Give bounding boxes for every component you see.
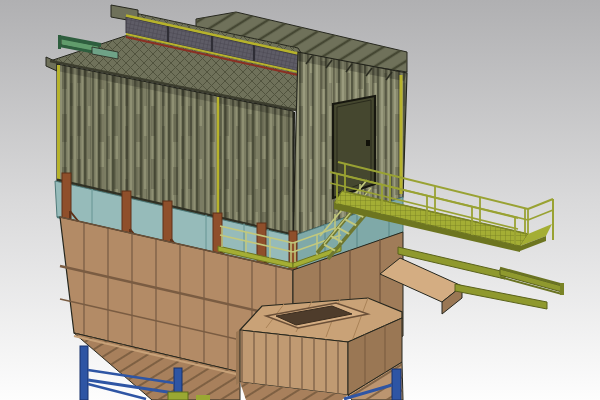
discharge-equipment-2 bbox=[196, 395, 210, 400]
access-door[interactable] bbox=[333, 96, 375, 198]
discharge-equipment bbox=[168, 392, 188, 400]
cad-viewport[interactable] bbox=[0, 0, 600, 400]
door-handle[interactable] bbox=[366, 140, 370, 146]
cad-model-render[interactable] bbox=[0, 0, 600, 400]
plenum-left-edge bbox=[236, 330, 240, 385]
ibeam-end-plate bbox=[560, 283, 564, 295]
beam-end-cap bbox=[58, 35, 61, 49]
